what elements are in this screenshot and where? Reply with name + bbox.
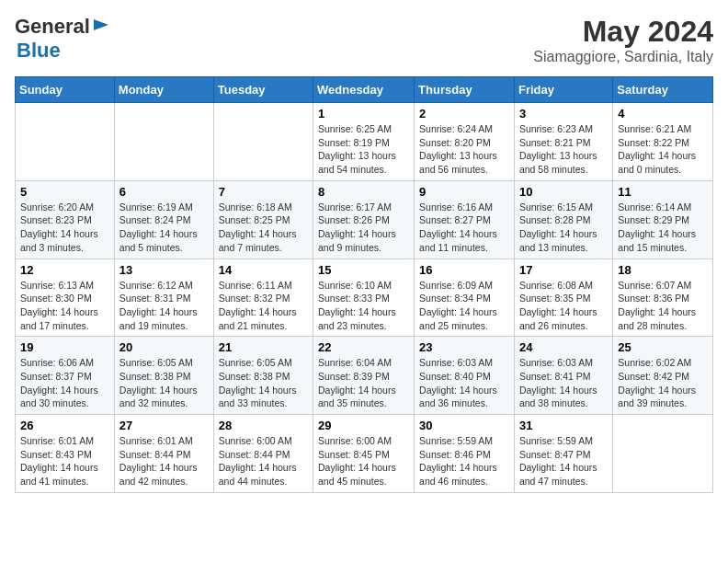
- day-number: 28: [219, 419, 308, 432]
- day-cell-16: 16Sunrise: 6:09 AMSunset: 8:34 PMDayligh…: [415, 259, 515, 337]
- logo-general: General: [15, 15, 90, 39]
- day-info: Sunrise: 5:59 AMSunset: 8:47 PMDaylight:…: [519, 434, 608, 488]
- day-cell-21: 21Sunrise: 6:05 AMSunset: 8:38 PMDayligh…: [213, 337, 313, 415]
- weekday-header-thursday: Thursday: [415, 77, 515, 103]
- day-cell-10: 10Sunrise: 6:15 AMSunset: 8:28 PMDayligh…: [514, 180, 612, 259]
- day-cell-26: 26Sunrise: 6:01 AMSunset: 8:43 PMDayligh…: [16, 415, 115, 493]
- week-row-5: 26Sunrise: 6:01 AMSunset: 8:43 PMDayligh…: [16, 415, 713, 493]
- weekday-header-friday: Friday: [514, 77, 612, 103]
- day-info: Sunrise: 5:59 AMSunset: 8:46 PMDaylight:…: [419, 434, 509, 488]
- calendar: SundayMondayTuesdayWednesdayThursdayFrid…: [15, 76, 713, 493]
- day-info: Sunrise: 6:20 AMSunset: 8:23 PMDaylight:…: [20, 201, 109, 255]
- day-cell-25: 25Sunrise: 6:02 AMSunset: 8:42 PMDayligh…: [613, 337, 713, 415]
- day-cell-30: 30Sunrise: 5:59 AMSunset: 8:46 PMDayligh…: [415, 415, 515, 493]
- logo-text: General: [15, 15, 110, 39]
- day-number: 22: [318, 340, 409, 354]
- svg-marker-0: [94, 19, 108, 30]
- day-number: 17: [519, 263, 608, 277]
- day-info: Sunrise: 6:03 AMSunset: 8:41 PMDaylight:…: [519, 356, 608, 410]
- day-cell-11: 11Sunrise: 6:14 AMSunset: 8:29 PMDayligh…: [613, 180, 713, 259]
- header: General Blue May 2024 Siamaggiore, Sardi…: [15, 15, 713, 65]
- day-cell-2: 2Sunrise: 6:24 AMSunset: 8:20 PMDaylight…: [415, 103, 515, 181]
- week-row-2: 5Sunrise: 6:20 AMSunset: 8:23 PMDaylight…: [16, 180, 713, 259]
- day-info: Sunrise: 6:01 AMSunset: 8:43 PMDaylight:…: [20, 434, 109, 488]
- day-info: Sunrise: 6:01 AMSunset: 8:44 PMDaylight:…: [119, 434, 209, 488]
- week-row-3: 12Sunrise: 6:13 AMSunset: 8:30 PMDayligh…: [16, 259, 713, 337]
- day-number: 2: [419, 107, 509, 121]
- weekday-header-row: SundayMondayTuesdayWednesdayThursdayFrid…: [16, 77, 713, 103]
- weekday-header-monday: Monday: [114, 77, 213, 103]
- day-number: 24: [519, 340, 608, 354]
- day-cell-23: 23Sunrise: 6:03 AMSunset: 8:40 PMDayligh…: [415, 337, 515, 415]
- day-number: 20: [119, 340, 209, 354]
- day-info: Sunrise: 6:24 AMSunset: 8:20 PMDaylight:…: [419, 122, 509, 177]
- day-cell-12: 12Sunrise: 6:13 AMSunset: 8:30 PMDayligh…: [16, 259, 115, 337]
- day-cell-24: 24Sunrise: 6:03 AMSunset: 8:41 PMDayligh…: [514, 337, 612, 415]
- day-cell-13: 13Sunrise: 6:12 AMSunset: 8:31 PMDayligh…: [114, 259, 213, 337]
- day-cell-27: 27Sunrise: 6:01 AMSunset: 8:44 PMDayligh…: [114, 415, 213, 493]
- day-number: 16: [419, 263, 509, 277]
- weekday-header-sunday: Sunday: [16, 77, 115, 103]
- day-number: 7: [219, 185, 308, 199]
- day-number: 14: [219, 263, 308, 277]
- day-number: 26: [20, 419, 109, 432]
- day-info: Sunrise: 6:12 AMSunset: 8:31 PMDaylight:…: [119, 279, 209, 333]
- weekday-header-tuesday: Tuesday: [213, 77, 313, 103]
- day-info: Sunrise: 6:04 AMSunset: 8:39 PMDaylight:…: [318, 356, 409, 410]
- day-info: Sunrise: 6:10 AMSunset: 8:33 PMDaylight:…: [318, 279, 409, 333]
- day-number: 1: [318, 107, 409, 121]
- day-number: 8: [318, 185, 409, 199]
- day-cell-5: 5Sunrise: 6:20 AMSunset: 8:23 PMDaylight…: [16, 180, 115, 259]
- logo: General Blue: [15, 15, 110, 63]
- day-cell-8: 8Sunrise: 6:17 AMSunset: 8:26 PMDaylight…: [313, 180, 415, 259]
- day-info: Sunrise: 6:07 AMSunset: 8:36 PMDaylight:…: [618, 279, 708, 333]
- day-info: Sunrise: 6:11 AMSunset: 8:32 PMDaylight:…: [219, 279, 308, 333]
- day-cell-29: 29Sunrise: 6:00 AMSunset: 8:45 PMDayligh…: [313, 415, 415, 493]
- day-cell-22: 22Sunrise: 6:04 AMSunset: 8:39 PMDayligh…: [313, 337, 415, 415]
- day-number: 6: [119, 185, 209, 199]
- logo-blue: Blue: [17, 39, 61, 62]
- day-info: Sunrise: 6:00 AMSunset: 8:45 PMDaylight:…: [318, 434, 409, 488]
- day-info: Sunrise: 6:00 AMSunset: 8:44 PMDaylight:…: [219, 434, 308, 488]
- day-info: Sunrise: 6:08 AMSunset: 8:35 PMDaylight:…: [519, 279, 608, 333]
- day-cell-15: 15Sunrise: 6:10 AMSunset: 8:33 PMDayligh…: [313, 259, 415, 337]
- day-info: Sunrise: 6:19 AMSunset: 8:24 PMDaylight:…: [119, 201, 209, 255]
- day-info: Sunrise: 6:16 AMSunset: 8:27 PMDaylight:…: [419, 201, 509, 255]
- day-cell-18: 18Sunrise: 6:07 AMSunset: 8:36 PMDayligh…: [613, 259, 713, 337]
- day-cell-6: 6Sunrise: 6:19 AMSunset: 8:24 PMDaylight…: [114, 180, 213, 259]
- day-info: Sunrise: 6:05 AMSunset: 8:38 PMDaylight:…: [119, 356, 209, 410]
- page: General Blue May 2024 Siamaggiore, Sardi…: [0, 0, 728, 508]
- day-cell-31: 31Sunrise: 5:59 AMSunset: 8:47 PMDayligh…: [514, 415, 612, 493]
- day-number: 18: [618, 263, 708, 277]
- day-number: 10: [519, 185, 608, 199]
- day-info: Sunrise: 6:18 AMSunset: 8:25 PMDaylight:…: [219, 201, 308, 255]
- week-row-1: 1Sunrise: 6:25 AMSunset: 8:19 PMDaylight…: [16, 103, 713, 181]
- day-info: Sunrise: 6:02 AMSunset: 8:42 PMDaylight:…: [618, 356, 708, 410]
- day-number: 29: [318, 419, 409, 432]
- day-cell-9: 9Sunrise: 6:16 AMSunset: 8:27 PMDaylight…: [415, 180, 515, 259]
- day-info: Sunrise: 6:09 AMSunset: 8:34 PMDaylight:…: [419, 279, 509, 333]
- day-cell-3: 3Sunrise: 6:23 AMSunset: 8:21 PMDaylight…: [514, 103, 612, 181]
- day-number: 21: [219, 340, 308, 354]
- day-number: 23: [419, 340, 509, 354]
- empty-cell: [213, 103, 313, 181]
- day-info: Sunrise: 6:14 AMSunset: 8:29 PMDaylight:…: [618, 201, 708, 255]
- day-number: 27: [119, 419, 209, 432]
- day-info: Sunrise: 6:05 AMSunset: 8:38 PMDaylight:…: [219, 356, 308, 410]
- empty-cell: [16, 103, 115, 181]
- location: Siamaggiore, Sardinia, Italy: [533, 49, 713, 65]
- day-number: 13: [119, 263, 209, 277]
- day-cell-17: 17Sunrise: 6:08 AMSunset: 8:35 PMDayligh…: [514, 259, 612, 337]
- empty-cell: [114, 103, 213, 181]
- day-info: Sunrise: 6:13 AMSunset: 8:30 PMDaylight:…: [20, 279, 109, 333]
- day-cell-4: 4Sunrise: 6:21 AMSunset: 8:22 PMDaylight…: [613, 103, 713, 181]
- day-number: 4: [618, 107, 708, 121]
- header-right: May 2024 Siamaggiore, Sardinia, Italy: [533, 15, 713, 65]
- day-cell-1: 1Sunrise: 6:25 AMSunset: 8:19 PMDaylight…: [313, 103, 415, 181]
- day-info: Sunrise: 6:17 AMSunset: 8:26 PMDaylight:…: [318, 201, 409, 255]
- day-number: 15: [318, 263, 409, 277]
- day-number: 30: [419, 419, 509, 432]
- empty-cell: [613, 415, 713, 493]
- day-info: Sunrise: 6:25 AMSunset: 8:19 PMDaylight:…: [318, 122, 409, 177]
- day-info: Sunrise: 6:23 AMSunset: 8:21 PMDaylight:…: [519, 122, 608, 177]
